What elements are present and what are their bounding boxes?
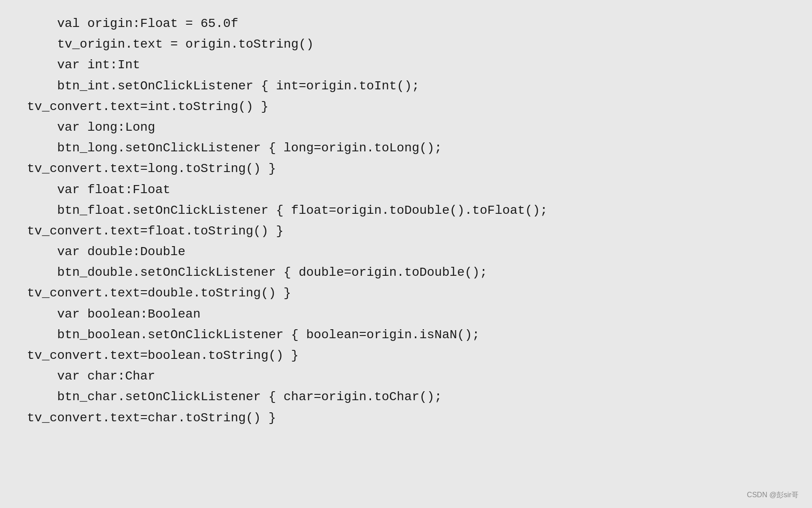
- code-block: val origin:Float = 65.0f tv_origin.text …: [27, 13, 785, 428]
- code-container: val origin:Float = 65.0f tv_origin.text …: [0, 0, 812, 508]
- watermark: CSDN @彭sir哥: [747, 490, 799, 500]
